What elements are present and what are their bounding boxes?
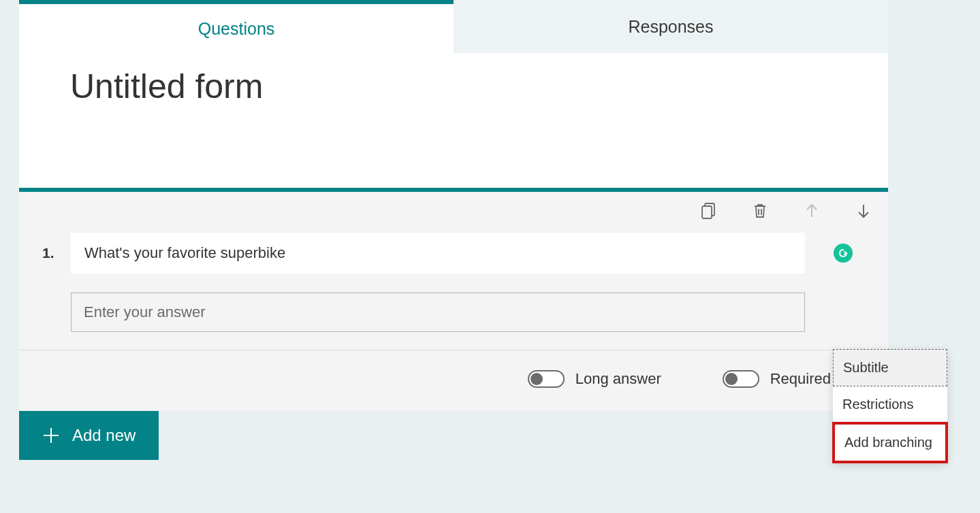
copy-icon[interactable] xyxy=(700,203,716,219)
long-answer-toggle[interactable] xyxy=(528,370,565,388)
question-card: 1. Enter your answer Long answer xyxy=(19,188,888,411)
required-toggle[interactable] xyxy=(723,370,759,388)
arrow-up-icon xyxy=(804,203,820,219)
long-answer-label: Long answer xyxy=(575,370,661,388)
required-label: Required xyxy=(770,370,831,388)
grammarly-icon[interactable] xyxy=(834,244,853,263)
question-text-input[interactable] xyxy=(71,233,805,274)
plus-icon xyxy=(42,427,60,444)
menu-restrictions[interactable]: Restrictions xyxy=(833,386,947,423)
add-new-button[interactable]: Add new xyxy=(19,411,159,460)
menu-subtitle[interactable]: Subtitle xyxy=(833,349,947,386)
add-new-label: Add new xyxy=(72,426,136,445)
delete-icon[interactable] xyxy=(752,203,768,219)
tab-responses[interactable]: Responses xyxy=(454,0,888,53)
form-title[interactable]: Untitled form xyxy=(70,67,837,106)
svg-rect-1 xyxy=(702,206,712,218)
question-number: 1. xyxy=(42,245,60,261)
arrow-down-icon[interactable] xyxy=(855,203,872,219)
answer-input[interactable]: Enter your answer xyxy=(71,293,805,332)
menu-add-branching[interactable]: Add branching xyxy=(832,422,948,463)
question-more-menu: Subtitle Restrictions Add branching xyxy=(833,349,947,463)
tab-questions[interactable]: Questions xyxy=(19,0,454,53)
